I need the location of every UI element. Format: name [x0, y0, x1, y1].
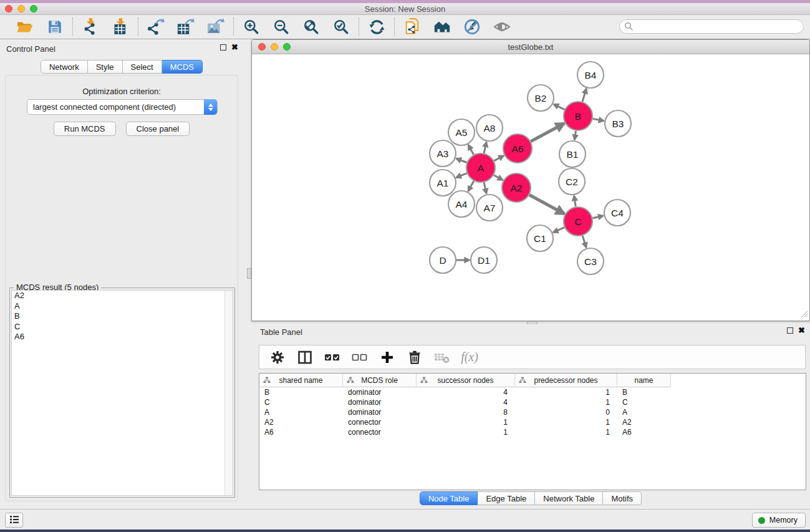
table-cell[interactable]: A6 [617, 427, 671, 437]
refresh-icon[interactable] [368, 18, 385, 36]
edge-C-C3[interactable] [582, 236, 586, 248]
edge-C-C1[interactable] [553, 228, 564, 233]
table-cell[interactable]: 4 [417, 387, 515, 397]
close-panel-icon[interactable]: ✖ [231, 44, 238, 51]
graph-node-A[interactable]: A [466, 153, 495, 182]
tab-network[interactable]: Network [41, 60, 88, 74]
save-icon[interactable] [46, 18, 64, 36]
table-cell[interactable]: dominator [343, 387, 417, 397]
edge-A-A1[interactable] [456, 173, 466, 178]
hide-annotations-icon[interactable] [463, 18, 481, 36]
network-minimize-button[interactable] [271, 43, 278, 51]
table-cell[interactable]: 4 [417, 397, 515, 407]
edge-B-B4[interactable] [582, 89, 586, 102]
graph-node-C2[interactable]: C2 [559, 168, 585, 195]
minimize-window-button[interactable] [17, 5, 25, 12]
table-cell[interactable]: 1 [515, 397, 617, 407]
graph-node-A1[interactable]: A1 [430, 170, 456, 196]
table-cell[interactable]: A2 [617, 417, 671, 427]
table-row[interactable]: Adominator80A [259, 407, 671, 417]
vertical-splitter-handle[interactable] [247, 268, 251, 279]
network-canvas[interactable]: B4B2BB3A5A8A6A3B1AA1C2A2A4A7C4CC1C3DD1 [252, 54, 809, 321]
zoom-fit-icon[interactable] [302, 18, 320, 36]
tab-mcds[interactable]: MCDS [162, 60, 203, 74]
column-header-successor-nodes[interactable]: successor nodes [417, 374, 515, 387]
edge-A-A7[interactable] [484, 182, 486, 193]
show-hidden-icon[interactable] [493, 18, 511, 36]
zoom-out-icon[interactable] [272, 18, 290, 36]
memory-button[interactable]: Memory [752, 513, 806, 528]
table-tab-motifs[interactable]: Motifs [603, 491, 642, 505]
graph-node-D[interactable]: D [430, 247, 456, 273]
table-cell[interactable]: 1 [417, 417, 515, 427]
graph-node-A4[interactable]: A4 [448, 191, 475, 217]
graph-node-A8[interactable]: A8 [476, 115, 503, 141]
table-tab-node-table[interactable]: Node Table [420, 491, 478, 505]
graph-node-A3[interactable]: A3 [430, 140, 456, 167]
box-pair-icon[interactable] [352, 349, 368, 365]
graph-node-B[interactable]: B [564, 102, 592, 130]
zoom-window-button[interactable] [30, 5, 37, 12]
table-row[interactable]: A6connector11A6 [259, 427, 671, 437]
table-cell[interactable]: B [617, 387, 671, 397]
column-header-MCDS-role[interactable]: MCDS role [343, 374, 417, 387]
result-list-item[interactable]: C [12, 322, 233, 332]
table-tab-edge-table[interactable]: Edge Table [478, 491, 535, 505]
table-cell[interactable]: B [259, 387, 343, 397]
table-cell[interactable]: 0 [515, 407, 617, 417]
trash-icon[interactable] [407, 349, 423, 365]
zoom-selected-icon[interactable] [332, 18, 350, 36]
edge-A-A3[interactable] [456, 158, 467, 162]
table-cell[interactable]: 1 [515, 417, 617, 427]
table-row[interactable]: A2connector11A2 [259, 417, 671, 427]
edge-A-A6[interactable] [494, 156, 504, 161]
result-list-item[interactable]: A2 [12, 291, 233, 301]
session-titlebar[interactable]: Session: New Session [0, 3, 810, 15]
gear-icon[interactable] [269, 349, 286, 365]
resize-grip-icon[interactable] [801, 310, 808, 319]
network-from-file-icon[interactable] [403, 18, 421, 36]
plus-icon[interactable] [379, 349, 395, 365]
table-cell[interactable]: connector [343, 417, 417, 427]
network-zoom-button[interactable] [283, 43, 291, 51]
column-header-shared-name[interactable]: shared name [259, 374, 343, 387]
graph-node-A5[interactable]: A5 [448, 119, 475, 145]
graph-node-B1[interactable]: B1 [559, 141, 586, 167]
graph-node-C1[interactable]: C1 [527, 225, 553, 251]
column-header-name[interactable]: name [617, 374, 671, 387]
columns-icon[interactable] [297, 349, 313, 365]
graph-node-A6[interactable]: A6 [503, 134, 532, 163]
export-image-icon[interactable] [207, 18, 224, 36]
graph-node-C[interactable]: C [564, 207, 592, 236]
home-icon[interactable] [433, 18, 451, 36]
table-cell[interactable]: dominator [343, 407, 417, 417]
graph-node-B3[interactable]: B3 [605, 110, 631, 137]
edge-B-B2[interactable] [554, 104, 565, 110]
import-network-icon[interactable] [82, 18, 99, 36]
export-network-icon[interactable] [147, 18, 165, 36]
table-cell[interactable]: 8 [417, 407, 515, 417]
edge-B-B3[interactable] [593, 118, 604, 120]
node-table[interactable]: shared nameMCDS rolesuccessor nodesprede… [259, 373, 806, 490]
tab-select[interactable]: Select [123, 60, 162, 74]
result-list-item[interactable]: B [12, 311, 233, 322]
table-close-panel-icon[interactable]: ✖ [798, 327, 805, 334]
edge-C-C2[interactable] [574, 196, 576, 207]
table-row[interactable]: Cdominator41C [259, 397, 671, 407]
import-table-icon[interactable] [112, 18, 129, 36]
result-list-item[interactable]: A6 [12, 332, 233, 342]
edge-A-A5[interactable] [468, 145, 474, 155]
export-table-icon[interactable] [177, 18, 195, 36]
graph-node-A2[interactable]: A2 [502, 173, 531, 202]
close-window-button[interactable] [5, 5, 12, 12]
tab-style[interactable]: Style [88, 60, 123, 74]
mcds-result-list[interactable]: A2ABCA6 [11, 290, 233, 496]
edge-A-A2[interactable] [494, 175, 503, 180]
graph-node-A7[interactable]: A7 [476, 195, 503, 221]
search-input[interactable] [619, 19, 804, 34]
zoom-in-icon[interactable] [243, 18, 260, 36]
close-panel-button[interactable]: Close panel [126, 122, 190, 136]
graph-node-D1[interactable]: D1 [471, 247, 497, 273]
edge-A-A8[interactable] [484, 142, 486, 153]
edge-B-B1[interactable] [574, 131, 576, 140]
